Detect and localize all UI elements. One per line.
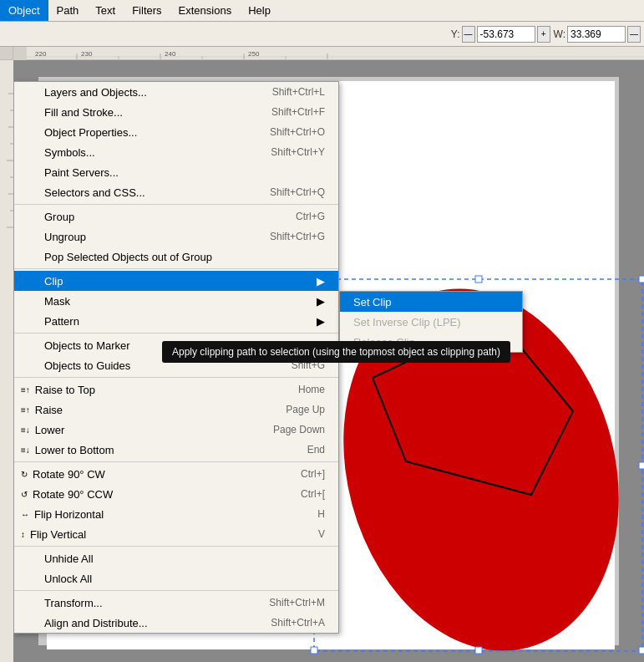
ruler-corner (0, 47, 13, 60)
menu-item-rotate-ccw[interactable]: ↺ Rotate 90° CCW Ctrl+[ (14, 484, 338, 504)
menubar-item-filters[interactable]: Filters (124, 0, 170, 21)
menu-separator-5 (14, 461, 338, 462)
menu-separator-6 (14, 546, 338, 547)
menu-item-lower[interactable]: ≡↓ Lower Page Down (14, 420, 338, 440)
menu-item-clip[interactable]: Clip ▶ (14, 271, 338, 291)
menu-item-selectors-css[interactable]: Selectors and CSS... Shift+Ctrl+Q (14, 182, 338, 202)
toolbar-y-label: Y: (451, 28, 460, 40)
menu-item-lower-to-bottom[interactable]: ≡↓ Lower to Bottom End (14, 440, 338, 460)
submenu-item-set-inverse-clip[interactable]: Set Inverse Clip (LPE) (340, 312, 522, 332)
svg-rect-34 (639, 647, 644, 654)
menubar: Object Path Text Filters Extensions Help (0, 0, 644, 22)
menu-item-flip-horizontal[interactable]: ↔ Flip Horizontal H (14, 504, 338, 524)
lower-icon: ≡↓ (21, 425, 30, 435)
menu-item-unhide-all[interactable]: Unhide All (14, 548, 338, 568)
menu-item-align-distribute[interactable]: Align and Distribute... Shift+Ctrl+A (14, 613, 338, 633)
svg-text:220: 220 (35, 50, 47, 58)
submenu-item-set-clip[interactable]: Set Clip (340, 292, 522, 312)
flip-vertical-icon: ↕ (21, 530, 25, 539)
menu-item-pattern[interactable]: Pattern ▶ (14, 311, 338, 331)
menubar-item-extensions[interactable]: Extensions (170, 0, 241, 21)
menubar-item-text[interactable]: Text (87, 0, 124, 21)
menu-item-flip-vertical[interactable]: ↕ Flip Vertical V (14, 524, 338, 544)
menubar-item-help[interactable]: Help (240, 0, 279, 21)
toolbar-y-input[interactable] (477, 26, 535, 43)
menu-separator-3 (14, 333, 338, 334)
rotate-ccw-icon: ↺ (21, 490, 28, 499)
menu-item-mask[interactable]: Mask ▶ (14, 291, 338, 311)
svg-rect-31 (639, 462, 644, 469)
menu-item-layers[interactable]: Layers and Objects... Shift+Ctrl+L (14, 82, 338, 102)
svg-rect-32 (311, 647, 317, 654)
toolbar: Y: — + W: — (0, 22, 644, 47)
menu-item-unlock-all[interactable]: Unlock All (14, 568, 338, 588)
menu-item-ungroup[interactable]: Ungroup Shift+Ctrl+G (14, 227, 338, 247)
flip-horizontal-icon: ↔ (21, 510, 29, 519)
toolbar-w-label: W: (554, 28, 565, 40)
toolbar-w-field: W: — (554, 26, 641, 43)
menu-separator-1 (14, 204, 338, 205)
menu-item-rotate-cw[interactable]: ↻ Rotate 90° CW Ctrl+] (14, 464, 338, 484)
menu-item-paint-servers[interactable]: Paint Servers... (14, 162, 338, 182)
toolbar-w-input[interactable] (567, 26, 626, 43)
raise-to-top-icon: ≡↑ (21, 385, 30, 395)
menu-item-raise-to-top[interactable]: ≡↑ Raise to Top Home (14, 379, 338, 400)
toolbar-w-minus[interactable]: — (627, 26, 641, 43)
menu-item-fill-stroke[interactable]: Fill and Stroke... Shift+Ctrl+F (14, 102, 338, 122)
svg-rect-33 (475, 647, 482, 654)
menu-item-raise[interactable]: ≡↑ Raise Page Up (14, 400, 338, 420)
svg-text:240: 240 (165, 50, 176, 58)
svg-rect-28 (475, 276, 482, 283)
svg-text:230: 230 (81, 50, 93, 58)
menu-separator-7 (14, 590, 338, 591)
svg-rect-0 (0, 60, 13, 662)
menubar-item-path[interactable]: Path (48, 0, 88, 21)
menu-item-group[interactable]: Group Ctrl+G (14, 206, 338, 227)
menu-separator-2 (14, 268, 338, 269)
canvas-area: Layers and Objects... Shift+Ctrl+L Fill … (13, 60, 644, 662)
toolbar-y-field: Y: — + (451, 26, 550, 43)
ruler-vertical (0, 60, 13, 662)
svg-rect-29 (639, 276, 644, 283)
menu-item-object-props[interactable]: Object Properties... Shift+Ctrl+O (14, 122, 338, 142)
menubar-item-object[interactable]: Object (0, 0, 48, 21)
toolbar-y-plus[interactable]: + (537, 26, 550, 43)
lower-to-bottom-icon: ≡↓ (21, 446, 30, 455)
ruler-horizontal: 220 230 240 250 (27, 47, 644, 60)
main-layout: 220 230 240 250 (0, 47, 644, 662)
menu-separator-4 (14, 377, 338, 378)
svg-text:250: 250 (248, 50, 260, 58)
rotate-cw-icon: ↻ (21, 470, 28, 479)
menu-item-pop-from-group[interactable]: Pop Selected Objects out of Group (14, 247, 338, 267)
tooltip: Apply clipping path to selection (using … (162, 341, 510, 363)
raise-icon: ≡↑ (21, 405, 30, 415)
svg-rect-10 (27, 47, 644, 60)
menu-item-symbols[interactable]: Symbols... Shift+Ctrl+Y (14, 142, 338, 162)
menu-item-transform[interactable]: Transform... Shift+Ctrl+M (14, 593, 338, 613)
toolbar-y-minus[interactable]: — (462, 26, 475, 43)
